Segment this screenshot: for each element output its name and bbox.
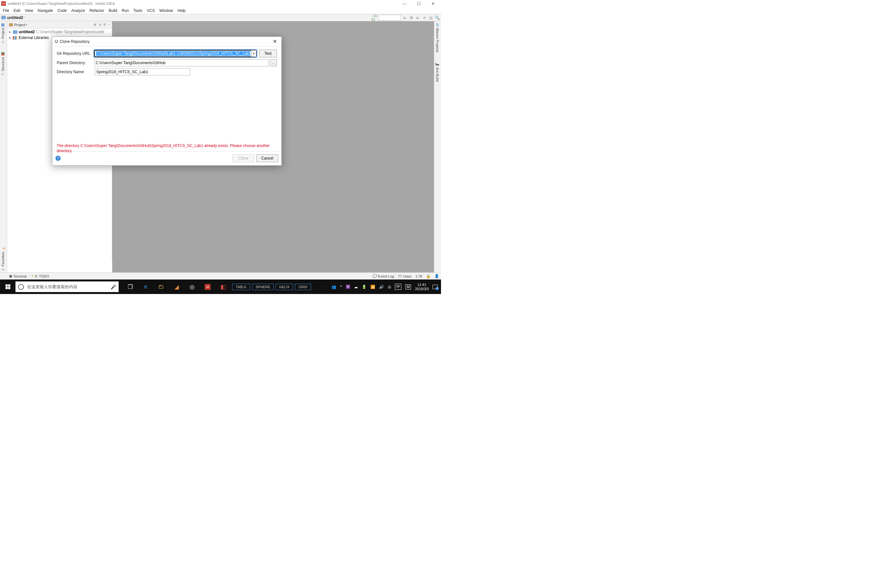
- breadcrumb-root[interactable]: untitled2: [7, 15, 23, 20]
- url-label: Git Repository URL:: [57, 51, 94, 56]
- project-structure-icon[interactable]: ▦: [428, 15, 433, 20]
- onedrive-icon[interactable]: ☁: [354, 285, 358, 289]
- taskbar-search[interactable]: 在这里输入你要搜索的内容 🎤: [15, 281, 118, 292]
- expand-arrow-icon[interactable]: ▶: [9, 36, 12, 39]
- minimize-button[interactable]: —: [400, 1, 409, 6]
- menu-build[interactable]: Build: [106, 8, 120, 14]
- menu-help[interactable]: Help: [176, 8, 188, 14]
- toolwindow-tab-todo[interactable]: ✔6: TODO: [31, 274, 50, 278]
- hector-icon[interactable]: 👤: [435, 274, 439, 278]
- search-everywhere-icon[interactable]: 🔍: [435, 15, 440, 20]
- ime-indicator[interactable]: 中: [395, 284, 401, 290]
- intellij-icon: IJ: [1, 1, 6, 6]
- ime-mode[interactable]: M: [405, 284, 411, 290]
- taskbar-app-intellij[interactable]: IJ: [200, 279, 215, 294]
- url-input[interactable]: [94, 50, 256, 57]
- menu-analyze[interactable]: Analyze: [69, 8, 87, 14]
- taskbar-clock[interactable]: 11:41 2018/3/3: [415, 283, 429, 291]
- location-icon[interactable]: ◎: [388, 285, 391, 289]
- tree-item-label[interactable]: External Libraries: [19, 36, 49, 40]
- navbar: untitled2 〉 ↓1001 ▶ ⬢ ▶ ■ ▦ 🔍: [0, 14, 441, 21]
- libraries-icon: [13, 36, 17, 40]
- windows-taskbar: 在这里输入你要搜索的内容 🎤 ❐ e 🗀 ◢ ◎ IJ ◧ TABLE SPHE…: [0, 279, 441, 294]
- menu-tools[interactable]: Tools: [131, 8, 145, 14]
- coverage-icon[interactable]: ▶: [415, 15, 420, 20]
- scroll-from-source-icon[interactable]: ⊕: [93, 22, 96, 27]
- taskbar-app-matlab[interactable]: ◢: [169, 279, 184, 294]
- toolwindow-tab-event-log[interactable]: 💬Event Log: [373, 274, 394, 278]
- dirname-input[interactable]: [95, 68, 190, 75]
- toolwindow-tab-favorites[interactable]: 2: Favorites ★: [0, 245, 6, 272]
- menu-run[interactable]: Run: [120, 8, 131, 14]
- debug-icon[interactable]: ⬢: [409, 15, 414, 20]
- lock-icon[interactable]: 🔒: [426, 274, 430, 278]
- volume-icon[interactable]: 🔊: [379, 285, 384, 289]
- collapse-all-icon[interactable]: ⇲: [98, 22, 101, 27]
- status-chars: 77 chars: [398, 274, 411, 278]
- cortana-icon: [18, 284, 24, 290]
- run-config-dropdown[interactable]: [378, 15, 401, 21]
- make-project-icon[interactable]: ↓1001: [371, 14, 377, 22]
- toolwindow-tab-structure[interactable]: 7: Structure: [0, 50, 6, 77]
- chevron-down-icon[interactable]: ▾: [251, 50, 256, 57]
- toolwindow-tab-maven[interactable]: m Maven Projects: [434, 21, 441, 54]
- taskbar-app-edge[interactable]: e: [138, 279, 153, 294]
- toolwindow-tab-terminal[interactable]: ▣Terminal: [9, 274, 27, 278]
- test-button[interactable]: Test: [259, 50, 277, 57]
- help-button[interactable]: ?: [56, 156, 61, 161]
- onenote-tray-icon[interactable]: N: [346, 285, 350, 289]
- browse-button[interactable]: ...: [270, 59, 277, 66]
- microphone-icon[interactable]: 🎤: [111, 284, 116, 290]
- maximize-button[interactable]: ☐: [415, 1, 423, 6]
- project-view-icon: [9, 23, 13, 26]
- taskbar-app-obs[interactable]: ◎: [184, 279, 200, 294]
- dialog-close-button[interactable]: ✕: [271, 38, 279, 45]
- clone-button: Clone: [232, 154, 254, 162]
- taskbar-matlab-thumbnails: TABLE SPHERE HELIX GRID: [232, 284, 311, 290]
- matlab-tab[interactable]: HELIX: [276, 284, 293, 290]
- parent-dir-label: Parent Directory:: [57, 61, 94, 65]
- menu-file[interactable]: File: [1, 8, 11, 14]
- wifi-icon[interactable]: 📶: [370, 285, 375, 289]
- matlab-tab[interactable]: GRID: [295, 284, 311, 290]
- star-icon: ★: [1, 247, 4, 250]
- start-button[interactable]: [0, 279, 15, 294]
- chevron-down-icon[interactable]: ▾: [26, 23, 27, 26]
- expand-arrow-icon[interactable]: ▶: [9, 30, 12, 33]
- taskbar-app-pdf[interactable]: ◧: [215, 279, 231, 294]
- tray-chevron-up-icon[interactable]: ^: [340, 285, 342, 289]
- menubar: File Edit View Navigate Code Analyze Ref…: [0, 7, 441, 14]
- gear-icon[interactable]: ✲: [103, 22, 106, 27]
- battery-icon[interactable]: 🔋: [362, 285, 366, 289]
- task-view-icon[interactable]: ❐: [123, 279, 138, 294]
- cancel-button[interactable]: Cancel: [256, 154, 278, 162]
- menu-navigate[interactable]: Navigate: [36, 8, 55, 14]
- matlab-tab[interactable]: TABLE: [232, 284, 250, 290]
- menu-vcs[interactable]: VCS: [145, 8, 158, 14]
- url-combobox[interactable]: ▾: [94, 50, 256, 57]
- taskbar-app-explorer[interactable]: 🗀: [153, 279, 169, 294]
- tree-item-label[interactable]: untitled2: [19, 30, 35, 34]
- folder-icon: [13, 30, 17, 34]
- project-toolwindow-icon: [1, 23, 4, 26]
- people-icon[interactable]: 👥: [332, 285, 336, 289]
- matlab-tab[interactable]: SPHERE: [252, 284, 274, 290]
- stop-icon[interactable]: ■: [422, 15, 427, 20]
- menu-refactor[interactable]: Refactor: [87, 8, 106, 14]
- menu-window[interactable]: Window: [157, 8, 176, 14]
- run-icon[interactable]: ▶: [402, 15, 408, 20]
- dirname-label: Directory Name:: [57, 70, 95, 74]
- toolwindow-tab-ant[interactable]: 🐜 Ant Build: [434, 60, 440, 84]
- close-button[interactable]: ✕: [429, 1, 437, 6]
- terminal-icon: ▣: [9, 274, 12, 278]
- toolwindow-tab-project[interactable]: 1: Project: [0, 21, 6, 45]
- parent-dir-input[interactable]: [94, 59, 269, 66]
- tree-row-module: ▶ untitled2 C:\Users\Super-Tang\IdeaProj…: [7, 29, 112, 35]
- project-view-title[interactable]: Project: [14, 23, 25, 27]
- action-center-icon[interactable]: 3: [433, 285, 438, 289]
- menu-view[interactable]: View: [22, 8, 36, 14]
- menu-edit[interactable]: Edit: [11, 8, 22, 14]
- hide-icon[interactable]: −: [108, 22, 110, 27]
- menu-code[interactable]: Code: [55, 8, 69, 14]
- project-toolwindow-header: Project ▾ ⊕ ⇲ ✲ −: [7, 21, 112, 28]
